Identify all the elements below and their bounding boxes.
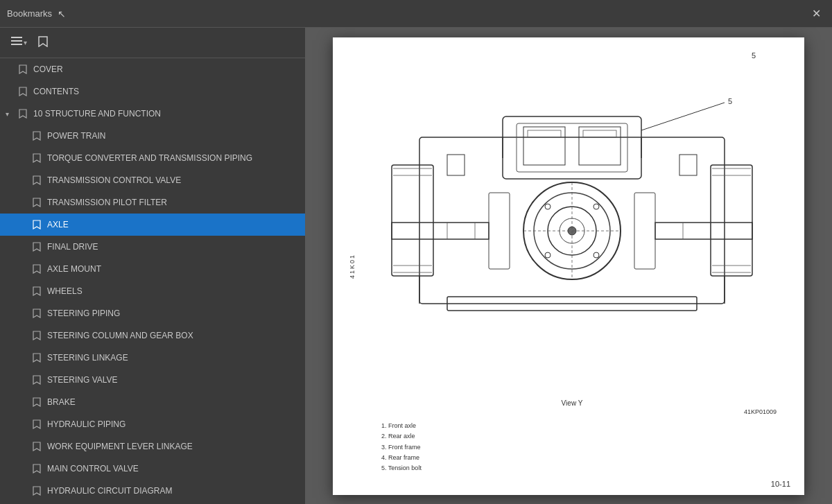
bookmark-item-torque-converter[interactable]: TORQUE CONVERTER AND TRANSMISSION PIPING [0,147,305,169]
bookmark-item-main-control-valve[interactable]: MAIN CONTROL VALVE [0,458,305,480]
bookmark-icon [31,307,43,320]
bookmark-icon [31,152,43,164]
bookmark-icon [31,218,43,231]
bookmark-item-wheels[interactable]: WHEELS [0,280,305,302]
bookmark-item-structure[interactable]: ▾10 STRUCTURE AND FUNCTION [0,103,305,125]
main-area: ▾ COVERCONTENTS▾10 STRUCTURE AND FUNCTIO… [0,28,832,504]
svg-rect-8 [523,127,565,165]
bookmark-label: FINAL DRIVE [47,242,298,252]
svg-line-31 [641,103,725,130]
bookmark-item-axle-mount[interactable]: AXLE MOUNT [0,258,305,280]
bookmark-icon-toolbar [38,36,48,50]
bookmark-icon [31,374,43,386]
bookmark-item-work-equipment[interactable]: WORK EQUIPMENT LEVER LINKAGE [0,435,305,458]
bookmark-icon [31,263,43,275]
bookmark-label: CONTENTS [33,87,298,96]
list-view-button[interactable]: ▾ [7,33,31,53]
parts-list-item: 3. Front frame [381,442,422,453]
bookmark-label: COVER [33,64,298,74]
bookmark-label: STEERING VALVE [47,375,298,385]
page-content: 41K01 5 [333,37,804,495]
bookmark-icon [17,85,29,98]
page-number: 10-11 [771,480,790,488]
svg-rect-10 [528,130,561,137]
svg-rect-33 [489,193,510,269]
bookmark-label: 10 STRUCTURE AND FUNCTION [33,109,298,119]
bookmark-label: WHEELS [47,286,298,296]
side-label: 41K01 [349,253,356,278]
bookmark-label: HYDRAULIC CIRCUIT DIAGRAM [47,486,298,496]
bookmark-item-axle[interactable]: AXLE [0,214,305,236]
bookmark-item-final-drive[interactable]: FINAL DRIVE [0,236,305,258]
parts-list-item: 4. Rear frame [381,453,422,463]
bookmark-item-steering-linkage[interactable]: STEERING LINKAGE [0,347,305,369]
bookmark-item-hydraulic-circuit[interactable]: HYDRAULIC CIRCUIT DIAGRAM [0,480,305,502]
bookmarks-panel: ▾ COVERCONTENTS▾10 STRUCTURE AND FUNCTIO… [0,28,305,504]
svg-rect-11 [583,130,616,137]
bookmark-icon [17,107,29,120]
bookmark-item-steering-valve[interactable]: STEERING VALVE [0,369,305,391]
svg-point-48 [593,252,599,258]
bookmark-label: AXLE [47,220,298,229]
technical-diagram: 5 [378,96,766,359]
bookmark-label: TRANSMISSION CONTROL VALVE [47,175,298,185]
bookmark-icon [31,462,43,475]
dropdown-arrow: ▾ [24,39,27,46]
parts-list: 1. Front axle2. Rear axle3. Front frame4… [367,421,422,473]
bookmark-label: TORQUE CONVERTER AND TRANSMISSION PIPING [47,153,298,163]
bookmark-item-steering-piping[interactable]: STEERING PIPING [0,302,305,324]
bookmark-label: STEERING COLUMN AND GEAR BOX [47,331,298,340]
bookmark-label: HYDRAULIC PIPING [47,419,298,429]
bookmark-label: BRAKE [47,397,298,407]
bookmark-item-cover[interactable]: COVER [0,58,305,80]
bookmark-label: POWER TRAIN [47,131,298,141]
svg-point-46 [593,204,599,209]
svg-rect-35 [447,155,465,175]
svg-rect-5 [711,165,752,276]
svg-rect-2 [11,44,22,45]
svg-point-47 [545,252,551,258]
title-bar-left: Bookmarks ↖ [7,8,66,19]
bookmark-view-button[interactable] [34,33,52,53]
bookmark-label: STEERING PIPING [47,309,298,318]
list-icon [11,36,24,50]
bookmark-label: WORK EQUIPMENT LEVER LINKAGE [47,442,298,451]
close-button[interactable]: ✕ [808,7,825,21]
bookmark-icon [31,485,43,497]
bookmark-item-hydraulic-piping[interactable]: HYDRAULIC PIPING [0,413,305,435]
svg-rect-36 [679,155,697,175]
bookmark-icon [31,130,43,142]
diagram-svg-container: 5 [367,58,777,397]
cursor-icon: ↖ [58,8,66,19]
view-label: View Y [562,399,583,407]
bookmark-icon [17,63,29,76]
bookmark-label: AXLE MOUNT [47,264,298,274]
bookmark-icon [31,396,43,408]
svg-rect-1 [11,40,22,42]
bookmark-list[interactable]: COVERCONTENTS▾10 STRUCTURE AND FUNCTIONP… [0,58,305,504]
bookmark-item-power-train[interactable]: POWER TRAIN [0,125,305,147]
bookmark-icon [31,329,43,342]
bookmark-icon [31,174,43,186]
parts-list-item: 5. Tension bolt [381,463,422,473]
diagram-area: 5 [367,58,777,474]
svg-rect-0 [11,37,22,38]
bookmark-item-contents[interactable]: CONTENTS [0,80,305,103]
sidebar-toolbar: ▾ [0,28,305,58]
bookmark-item-transmission-control[interactable]: TRANSMISSION CONTROL VALVE [0,169,305,191]
svg-rect-23 [655,223,752,239]
bookmark-icon [31,351,43,364]
callout-5: 5 [752,51,756,60]
bookmark-item-transmission-pilot[interactable]: TRANSMISSION PILOT FILTER [0,191,305,214]
bookmark-label: TRANSMISSION PILOT FILTER [47,198,298,207]
parts-list-item: 2. Rear axle [381,431,422,442]
parts-list-item: 1. Front axle [381,421,422,431]
bookmark-icon [31,285,43,297]
bookmark-item-brake[interactable]: BRAKE [0,391,305,413]
figure-label: 41KP01009 [367,408,777,415]
bookmark-item-steering-column[interactable]: STEERING COLUMN AND GEAR BOX [0,324,305,347]
bookmark-icon [31,440,43,453]
svg-rect-19 [392,223,489,239]
bookmark-label: STEERING LINKAGE [47,353,298,363]
panel-title: Bookmarks [7,8,52,19]
